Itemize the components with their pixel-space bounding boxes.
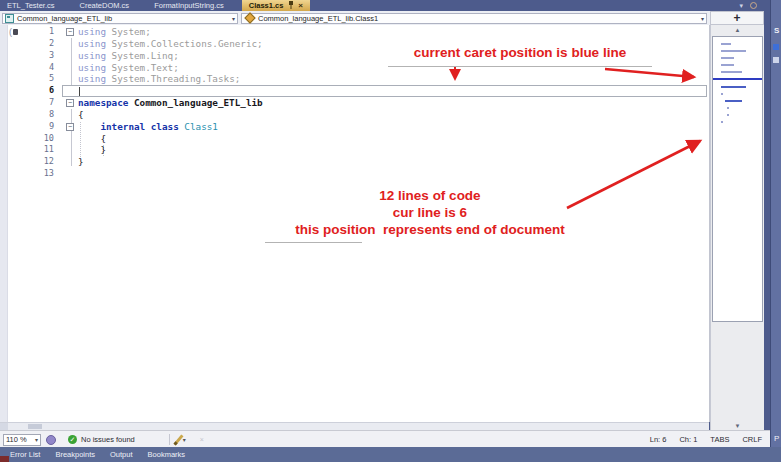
bottom-tab-output[interactable]: Output [104, 450, 139, 459]
annotation-caret-note: current caret position is blue line [390, 44, 650, 61]
line-number[interactable]: 1 [7, 26, 56, 38]
active-files-dropdown-icon[interactable]: ▾ [739, 2, 743, 10]
window-options-icon[interactable] [750, 2, 757, 9]
gutter[interactable]: 12345678910111213 [7, 26, 56, 180]
minimap-code-mark [725, 100, 742, 102]
line-number[interactable]: 11 [7, 144, 56, 156]
split-window-button[interactable]: + [710, 11, 764, 25]
docked-panel-sliver: S P [770, 0, 781, 447]
code-token [78, 121, 100, 132]
code-token: System.Threading.Tasks; [106, 73, 240, 84]
zoom-level-dropdown[interactable]: 110 % ▾ [3, 434, 41, 446]
code-line-11: } [78, 144, 263, 156]
minimap-code-mark [721, 64, 734, 66]
code-line-6 [78, 85, 263, 97]
document-tab-bar: ETL_Tester.csCreateDOM.csFormatInputStri… [0, 0, 781, 11]
chevron-down-icon: ▾ [183, 436, 186, 443]
zoom-level-value: 110 % [6, 435, 27, 444]
line-number[interactable]: 4 [7, 62, 56, 74]
minimap-code-mark [727, 107, 729, 109]
line-number[interactable]: 10 [7, 133, 56, 145]
tab-well-controls: ▾ [739, 0, 757, 11]
fold-collapse-icon[interactable]: − [66, 28, 74, 36]
chevron-down-icon: ▾ [228, 15, 235, 22]
code-token: namespace [78, 97, 128, 108]
horizontal-scrollbar-thumb[interactable] [28, 424, 42, 429]
chevron-down-icon: ▾ [35, 436, 38, 443]
scroll-down-icon[interactable]: ▼ [711, 423, 764, 429]
code-line-9: internal class Class1 [78, 121, 263, 133]
minimap[interactable] [712, 36, 763, 322]
line-number[interactable]: 12 [7, 156, 56, 168]
fold-collapse-icon[interactable]: − [66, 99, 74, 107]
bottom-tab-list: Error ListBreakpointsOutputBookmarks [4, 450, 194, 459]
fold-guide [71, 109, 72, 166]
navigation-bar: Common_language_ETL_lib ▾ Common_languag… [0, 11, 710, 26]
pin-icon[interactable] [288, 1, 294, 11]
line-number[interactable]: 3 [7, 50, 56, 62]
check-icon: ✓ [68, 435, 77, 444]
issues-status[interactable]: ✓ No issues found [68, 435, 135, 444]
close-icon[interactable]: × [298, 2, 303, 10]
sliver-icon [773, 44, 779, 50]
code-token: using [78, 73, 106, 84]
tab-label: FormatInputString.cs [154, 1, 224, 10]
sliver-bottom-letter: P [774, 434, 779, 443]
type-dropdown-value: Common_language_ETL_lib.Class1 [258, 14, 378, 23]
scroll-up-icon[interactable]: ▲ [711, 27, 764, 33]
code-lines[interactable]: using System;using System.Collections.Ge… [78, 26, 263, 180]
minimap-code-mark [721, 93, 723, 95]
tab-etl-tester-cs[interactable]: ETL_Tester.cs [0, 0, 62, 11]
minimap-caret-line [713, 78, 762, 80]
code-token: Class1 [179, 121, 218, 132]
code-token: } [78, 156, 84, 167]
fold-guide [71, 38, 72, 85]
annotation-underline [265, 242, 362, 243]
status-line: Ln: 6 [650, 435, 667, 444]
line-number[interactable]: 6 [7, 85, 56, 97]
line-number[interactable]: 13 [7, 168, 56, 180]
faint-close-icon: × [200, 436, 204, 443]
line-number[interactable]: 8 [7, 109, 56, 121]
project-dropdown[interactable]: Common_language_ETL_lib ▾ [2, 13, 238, 24]
annotation-underline [388, 66, 652, 67]
code-line-4: using System.Text; [78, 62, 263, 74]
code-token: } [78, 144, 106, 155]
bottom-tab-breakpoints[interactable]: Breakpoints [49, 450, 101, 459]
code-line-10: { [78, 133, 263, 145]
vertical-scrollbar[interactable]: ▲ ▼ [710, 25, 764, 430]
code-token: { [78, 109, 84, 120]
bottom-tab-bookmarks[interactable]: Bookmarks [142, 450, 192, 459]
status-line-ending[interactable]: CRLF [742, 435, 762, 444]
tab-class1-cs[interactable]: Class1.cs× [242, 0, 310, 11]
line-number[interactable]: 9 [7, 121, 56, 133]
scrollbar-corner-box [0, 423, 8, 430]
status-indent-mode[interactable]: TABS [710, 435, 729, 444]
tab-createdom-cs[interactable]: CreateDOM.cs [73, 0, 137, 11]
line-number[interactable]: 7 [7, 97, 56, 109]
window-edge-artifact [0, 456, 9, 462]
code-token: System.Collections.Generic; [106, 38, 263, 49]
code-token: using [78, 38, 106, 49]
bottom-tab-error-list[interactable]: Error List [4, 450, 46, 459]
minimap-code-mark [721, 50, 746, 52]
code-token: using [78, 26, 106, 37]
brush-icon [173, 434, 183, 445]
code-line-8: { [78, 109, 263, 121]
vs-ide-window: ETL_Tester.csCreateDOM.csFormatInputStri… [0, 0, 781, 462]
line-number[interactable]: 5 [7, 73, 56, 85]
health-indicator-icon[interactable] [46, 435, 56, 445]
type-dropdown[interactable]: Common_language_ETL_lib.Class1 ▾ [241, 13, 707, 24]
code-line-2: using System.Collections.Generic; [78, 38, 263, 50]
caret-position-status: Ln: 6 Ch: 1 TABS CRLF [650, 431, 762, 448]
minimap-code-mark [721, 71, 742, 73]
fold-collapse-icon[interactable]: − [66, 123, 74, 131]
minimap-code-mark [721, 121, 723, 123]
tab-formatinputstring-cs[interactable]: FormatInputString.cs [147, 0, 231, 11]
code-line-5: using System.Threading.Tasks; [78, 73, 263, 85]
code-token: System.Text; [106, 62, 179, 73]
code-token: { [78, 133, 106, 144]
format-brush-control[interactable]: ▾ [177, 434, 186, 446]
line-number[interactable]: 2 [7, 38, 56, 50]
code-token: internal class [100, 121, 178, 132]
